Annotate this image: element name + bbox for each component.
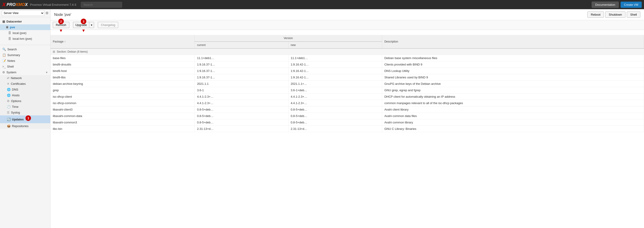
cell-new: 3.6-1+deb…	[288, 87, 382, 94]
cell-package: libavahi-client3	[50, 106, 194, 113]
search-bar	[81, 2, 122, 8]
syslog-icon: ☰	[7, 111, 10, 114]
cell-current: 0.8-5+deb…	[194, 113, 288, 119]
table-row[interactable]: isc-dhcp-common 4.4.1-2.3+… 4.4.1-2.3+… …	[50, 100, 644, 106]
lvm-storage-icon: 🗄	[8, 37, 11, 41]
sidebar: Server View ⚙ ▦ Datacenter 🖥 pve 🗄 local…	[0, 9, 50, 228]
cell-new: 2021.1.1+…	[288, 81, 382, 87]
datacenter-icon: ▦	[2, 20, 5, 23]
cell-current: 1:9.16.37-1…	[194, 74, 288, 81]
sidebar-item-dns[interactable]: 🌐 DNS	[0, 87, 50, 92]
cell-new: 0.8-5+deb…	[288, 106, 382, 113]
cell-package: libavahi-common3	[50, 119, 194, 126]
sidebar-item-pve[interactable]: 🖥 pve	[0, 24, 50, 30]
table-row[interactable]: bind9-libs 1:9.16.37-1… 1:9.16.42-1… Sha…	[50, 74, 644, 81]
sidebar-item-options[interactable]: ⚙ Options	[0, 98, 50, 104]
cert-icon: ✳	[7, 82, 10, 86]
col-header-package: Package ↑	[50, 35, 194, 49]
table-row[interactable]: grep 3.6-1 3.6-1+deb… GNU grep, egrep an…	[50, 87, 644, 94]
cell-desc: DNS Lookup Utility	[382, 68, 644, 74]
sidebar-item-local-lvm[interactable]: 🗄 local-lvm (pve)	[0, 36, 50, 42]
cell-package: base-files	[50, 55, 194, 61]
global-search-input[interactable]	[81, 2, 122, 8]
annotation-2: 2	[58, 19, 64, 24]
sidebar-tree: ▦ Datacenter 🖥 pve 🗄 local (pve) 🗄 local…	[0, 17, 50, 43]
hosts-icon: 🌐	[7, 94, 10, 97]
sidebar-item-repositories[interactable]: 📦 Repositories	[0, 123, 50, 129]
sidebar-item-system[interactable]: ⚙ System ▼	[0, 69, 50, 75]
sidebar-item-syslog[interactable]: ☰ Syslog	[0, 110, 50, 115]
table-row[interactable]: libavahi-common3 0.8-5+deb… 0.8-5+deb… A…	[50, 119, 644, 126]
cell-desc: GNU grep, egrep and fgrep	[382, 87, 644, 94]
shutdown-button[interactable]: Shutdown	[605, 12, 626, 18]
changelog-button[interactable]: Changelog	[98, 22, 118, 28]
reboot-button[interactable]: Reboot	[587, 12, 604, 18]
sidebar-item-summary[interactable]: 📋 Summary	[0, 52, 50, 58]
table-row[interactable]: libc-bin 2.31-13+d… 2.31-13+d… GNU C Lib…	[50, 126, 644, 132]
sidebar-item-notes[interactable]: 📝 Notes	[0, 58, 50, 64]
cell-current: 3.6-1	[194, 87, 288, 94]
updates-table: Package ↑ Version Description current	[50, 35, 644, 132]
cell-new: 4.4.1-2.3+…	[288, 94, 382, 100]
cell-current: 1:9.16.37-1…	[194, 68, 288, 74]
table-row[interactable]: base-files 11.1+deb1… 11.1+deb1… Debian …	[50, 55, 644, 61]
cell-current: 2021.1.1	[194, 81, 288, 87]
sidebar-item-hosts[interactable]: 🌐 Hosts	[0, 92, 50, 98]
shell-icon: >_	[2, 65, 6, 68]
table-row[interactable]: libavahi-client3 0.8-5+deb… 0.8-5+deb… A…	[50, 106, 644, 113]
cell-new: 2.31-13+d…	[288, 126, 382, 132]
search-nav-icon: 🔍	[2, 48, 6, 51]
upgrade-dropdown-button[interactable]: ▾	[89, 22, 94, 28]
shell-button[interactable]: Shell	[627, 12, 640, 18]
cell-desc: Avahi client library	[382, 106, 644, 113]
topbar-right: Documentation Create VM	[592, 2, 642, 8]
table-header: Package ↑ Version Description current	[50, 35, 644, 49]
cell-package: isc-dhcp-common	[50, 100, 194, 106]
cell-new: 1:9.16.42-1…	[288, 68, 382, 74]
cell-current: 4.4.1-2.3+…	[194, 94, 288, 100]
sidebar-item-time[interactable]: 🕐 Time	[0, 104, 50, 110]
storage-icon: 🗄	[8, 31, 11, 35]
content-header: Node 'pve' Reboot Shutdown Shell	[50, 9, 644, 20]
sidebar-item-local[interactable]: 🗄 local (pve)	[0, 30, 50, 36]
cell-new: 4.4.1-2.3+…	[288, 100, 382, 106]
cell-package: debian-archive-keyring	[50, 81, 194, 87]
cell-desc: Shared Libraries used by BIND 9	[382, 74, 644, 81]
table-body: ⊟ Section: Debian (8 items) base-files 1…	[50, 49, 644, 132]
cell-current: 2.31-13+d…	[194, 126, 288, 132]
server-view-select[interactable]: Server View	[2, 10, 44, 16]
cell-package: bind9-dnsutils	[50, 61, 194, 68]
cell-desc: GNU C Library: Binaries	[382, 126, 644, 132]
cell-new: 1:9.16.42-1…	[288, 61, 382, 68]
cell-package: grep	[50, 87, 194, 94]
sidebar-item-search[interactable]: 🔍 Search	[0, 47, 50, 52]
sidebar-item-updates[interactable]: 🔄 Updates 1	[0, 115, 50, 123]
cell-desc: Debian base system miscellaneous files	[382, 55, 644, 61]
cell-package: libavahi-common-data	[50, 113, 194, 119]
sidebar-item-network[interactable]: ⇄ Network	[0, 75, 50, 81]
topbar: X PROXMOX Proxmox Virtual Environment 7.…	[0, 0, 644, 9]
server-view-gear-icon[interactable]: ⚙	[46, 11, 48, 15]
table-row[interactable]: bind9-dnsutils 1:9.16.37-1… 1:9.16.42-1……	[50, 61, 644, 68]
cell-new: 1:9.16.42-1…	[288, 74, 382, 81]
table-row[interactable]: libavahi-common-data 0.8-5+deb… 0.8-5+de…	[50, 113, 644, 119]
logo: X PROXMOX Proxmox Virtual Environment 7.…	[2, 2, 76, 8]
system-icon: ⚙	[2, 71, 5, 74]
cell-desc: DHCP client for automatically obtaining …	[382, 94, 644, 100]
table-row[interactable]: isc-dhcp-client 4.4.1-2.3+… 4.4.1-2.3+… …	[50, 94, 644, 100]
documentation-button[interactable]: Documentation	[592, 2, 618, 8]
cell-package: bind9-host	[50, 68, 194, 74]
upgrade-wrapper: Upgrade ▾ 3 ▼	[73, 22, 94, 28]
group-collapse-icon[interactable]: ⊟	[53, 50, 55, 53]
system-expand-icon: ▼	[46, 71, 48, 74]
cell-new: 11.1+deb1…	[288, 55, 382, 61]
sidebar-item-datacenter[interactable]: ▦ Datacenter	[0, 19, 50, 24]
table-group-row: ⊟ Section: Debian (8 items)	[50, 49, 644, 55]
create-vm-button[interactable]: Create VM	[620, 2, 642, 8]
annotation-1: 1	[26, 115, 31, 121]
table-row[interactable]: bind9-host 1:9.16.37-1… 1:9.16.42-1… DNS…	[50, 68, 644, 74]
sidebar-item-shell[interactable]: >_ Shell	[0, 64, 50, 69]
table-row[interactable]: debian-archive-keyring 2021.1.1 2021.1.1…	[50, 81, 644, 87]
sidebar-item-certificates[interactable]: ✳ Certificates	[0, 81, 50, 87]
server-view-bar: Server View ⚙	[0, 9, 50, 17]
